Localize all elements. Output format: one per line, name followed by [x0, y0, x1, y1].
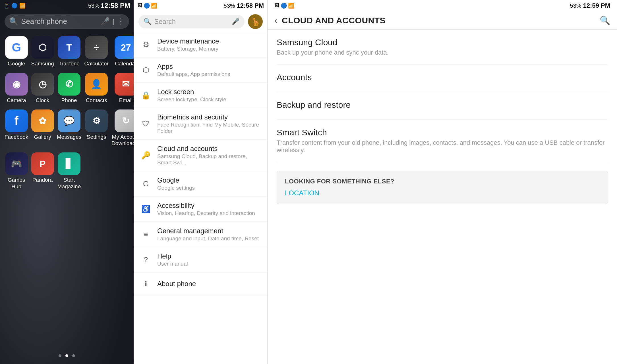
- app-item-settings[interactable]: ⚙Settings: [84, 109, 109, 147]
- settings-text-lock-screen: Lock screenScreen lock type, Clock style: [157, 88, 226, 103]
- cloud-section-title-accounts: Accounts: [277, 73, 608, 82]
- app-item-calculator[interactable]: ÷Calculator: [84, 36, 109, 67]
- settings-item-google[interactable]: GGoogleGoogle settings: [134, 171, 267, 197]
- settings-search-input-wrap[interactable]: 🔍 🎤: [138, 15, 245, 28]
- app-item-startmag[interactable]: ▋Start Magazine: [57, 152, 82, 190]
- app-icon-messages: 💬: [58, 109, 80, 132]
- status-bar-right: 53% 12:58 PM: [88, 2, 130, 10]
- page-indicators: [0, 354, 134, 364]
- cloud-search-button[interactable]: 🔍: [600, 15, 610, 25]
- cloud-page-title: CLOUD AND ACCOUNTS: [282, 16, 386, 25]
- app-item-gallery[interactable]: ✿Gallery: [31, 109, 54, 147]
- gallery-icon-3: 🖼: [274, 3, 279, 9]
- location-link[interactable]: LOCATION: [285, 189, 600, 197]
- page-dot-1[interactable]: [59, 354, 61, 357]
- mic-icon[interactable]: 🎤: [101, 17, 110, 26]
- cloud-status-bar: 🖼 🔵 📶 53% 12:59 PM: [268, 0, 617, 11]
- app-icon-gallery: ✿: [31, 109, 54, 132]
- settings-item-biometrics[interactable]: 🛡Biometrics and securityFace Recognition…: [134, 108, 267, 140]
- cloud-section-samsung-cloud[interactable]: Samsung CloudBack up your phone and sync…: [277, 30, 608, 65]
- settings-icon-accessibility: ♿: [140, 203, 152, 215]
- wifi-icon: 📶: [19, 3, 26, 9]
- app-item-samsung[interactable]: ⬡Samsung: [31, 36, 54, 67]
- wifi-icon-3: 📶: [288, 3, 294, 9]
- settings-item-device-maintenance[interactable]: ⚙Device maintenanceBattery, Storage, Mem…: [134, 32, 267, 57]
- settings-text-cloud-accounts: Cloud and accountsSamsung Cloud, Backup …: [157, 145, 262, 166]
- settings-search-input[interactable]: [154, 18, 229, 26]
- cloud-section-backup-restore[interactable]: Backup and restore: [277, 92, 608, 120]
- app-item-tracfone[interactable]: TTracfone: [57, 36, 82, 67]
- cloud-status-left: 🖼 🔵 📶: [274, 3, 294, 9]
- cloud-status-right: 53% 12:59 PM: [570, 2, 610, 9]
- app-label-google: Google: [8, 61, 25, 67]
- settings-item-lock-screen[interactable]: 🔒Lock screenScreen lock type, Clock styl…: [134, 83, 267, 108]
- settings-item-general-management[interactable]: ≡General managementLanguage and input, D…: [134, 222, 267, 247]
- app-label-pandora: Pandora: [32, 177, 53, 183]
- settings-search-bar[interactable]: 🔍 🎤 🦒: [134, 11, 267, 32]
- app-label-messages: Messages: [57, 134, 82, 140]
- cloud-section-accounts[interactable]: Accounts: [277, 65, 608, 92]
- app-icon-gameshub: 🎮: [5, 152, 28, 175]
- app-item-gameshub[interactable]: 🎮Games Hub: [5, 152, 28, 190]
- sim-icon: 📱: [3, 3, 10, 9]
- settings-time: 12:58 PM: [237, 2, 264, 9]
- settings-item-cloud-accounts[interactable]: 🔑Cloud and accountsSamsung Cloud, Backup…: [134, 140, 267, 171]
- page-dot-2[interactable]: [65, 354, 68, 357]
- home-screen: 📱 🔵 📶 53% 12:58 PM 🔍 🎤 | ⋮ GGoogle⬡Samsu…: [0, 0, 134, 364]
- app-item-clock[interactable]: ◷Clock: [31, 73, 54, 104]
- page-dot-3[interactable]: [72, 354, 75, 357]
- settings-icon-help: ?: [140, 253, 152, 266]
- settings-text-biometrics: Biometrics and securityFace Recognition,…: [157, 113, 262, 134]
- home-search-bar[interactable]: 🔍 🎤 | ⋮: [5, 14, 129, 29]
- cloud-header: ‹ CLOUD AND ACCOUNTS 🔍: [268, 11, 617, 30]
- settings-title-device-maintenance: Device maintenance: [157, 37, 219, 45]
- app-item-email[interactable]: ✉Email: [111, 73, 134, 104]
- app-item-myaccount[interactable]: ↻My Account Downloader: [111, 109, 134, 147]
- cloud-section-subtitle-smart-switch: Transfer content from your old phone, in…: [277, 139, 608, 154]
- app-icon-startmag: ▋: [58, 152, 80, 175]
- app-item-facebook[interactable]: fFacebook: [5, 109, 28, 147]
- settings-item-help[interactable]: ?HelpUser manual: [134, 247, 267, 272]
- cloud-header-left: ‹ CLOUD AND ACCOUNTS: [274, 16, 386, 25]
- app-grid: GGoogle⬡SamsungTTracfone÷Calculator27Cal…: [0, 33, 134, 193]
- app-icon-google: G: [5, 36, 28, 59]
- settings-item-accessibility[interactable]: ♿AccessibilityVision, Hearing, Dexterity…: [134, 197, 267, 222]
- settings-icon-general-management: ≡: [140, 228, 152, 241]
- app-label-settings: Settings: [87, 134, 106, 140]
- app-icon-email: ✉: [115, 73, 134, 96]
- home-search-input[interactable]: [21, 17, 98, 26]
- app-label-clock: Clock: [36, 97, 49, 104]
- app-icon-calculator: ÷: [85, 36, 108, 59]
- mic-icon-2[interactable]: 🎤: [232, 18, 239, 25]
- wifi-icon-2: 📶: [151, 3, 157, 9]
- search-icon: 🔍: [9, 17, 18, 26]
- bluetooth-icon: 🔵: [11, 3, 18, 9]
- settings-icon-google: G: [140, 177, 152, 190]
- app-item-camera[interactable]: ◉Camera: [5, 73, 28, 104]
- settings-panel: 🖼 🔵 📶 53% 12:58 PM 🔍 🎤 🦒 ⚙Device mainten…: [134, 0, 267, 364]
- app-item-phone[interactable]: ✆Phone: [57, 73, 82, 104]
- app-item-messages[interactable]: 💬Messages: [57, 109, 82, 147]
- bt-icon-3: 🔵: [281, 3, 287, 9]
- settings-status-left: 🖼 🔵 📶: [137, 3, 157, 9]
- settings-title-cloud-accounts: Cloud and accounts: [157, 145, 262, 153]
- settings-item-apps[interactable]: ⬡AppsDefault apps, App permissions: [134, 57, 267, 83]
- settings-text-accessibility: AccessibilityVision, Hearing, Dexterity …: [157, 202, 255, 216]
- app-label-contacts: Contacts: [86, 97, 107, 104]
- settings-text-general-management: General managementLanguage and input, Da…: [157, 227, 259, 242]
- app-item-calendar[interactable]: 27Calendar: [111, 36, 134, 67]
- app-item-contacts[interactable]: 👤Contacts: [84, 73, 109, 104]
- cloud-section-smart-switch[interactable]: Smart SwitchTransfer content from your o…: [277, 120, 608, 162]
- back-button[interactable]: ‹: [274, 16, 277, 25]
- more-icon[interactable]: ⋮: [117, 17, 125, 26]
- battery-percent: 53%: [88, 3, 100, 9]
- app-icon-calendar: 27: [115, 36, 134, 59]
- app-label-tracfone: Tracfone: [59, 61, 80, 67]
- app-item-google[interactable]: GGoogle: [5, 36, 28, 67]
- app-item-pandora[interactable]: PPandora: [31, 152, 54, 190]
- app-label-gameshub: Games Hub: [5, 177, 28, 190]
- settings-item-about-phone[interactable]: ℹAbout phone: [134, 272, 267, 295]
- avatar[interactable]: 🦒: [248, 14, 263, 29]
- settings-subtitle-biometrics: Face Recognition, Find My Mobile, Secure…: [157, 122, 262, 134]
- app-icon-myaccount: ↻: [115, 109, 134, 132]
